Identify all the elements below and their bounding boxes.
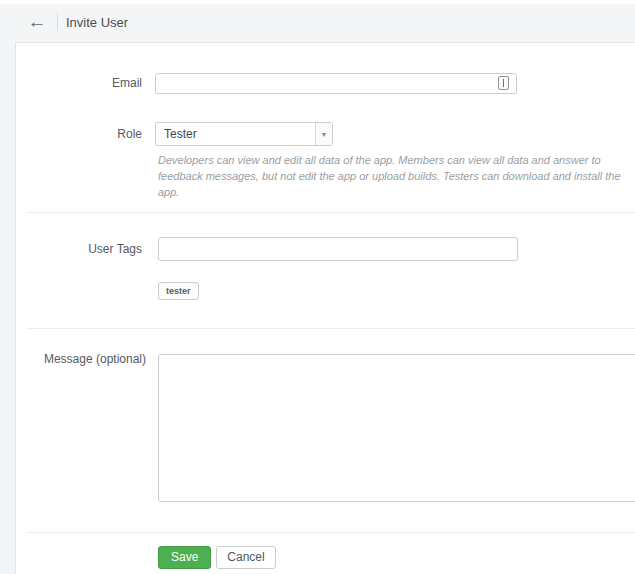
user-tags-field-wrapper: [158, 237, 518, 261]
section-divider: [27, 532, 635, 533]
form-actions: Save Cancel: [158, 546, 276, 569]
tag-chip-tester[interactable]: tester: [158, 282, 199, 300]
top-header-bar: ← Invite User: [0, 4, 635, 40]
section-divider: [27, 328, 635, 329]
email-field-wrapper: [155, 73, 517, 94]
user-tags-label: User Tags: [16, 237, 142, 261]
back-arrow-icon: ←: [28, 11, 47, 32]
message-label: Message (optional): [16, 351, 146, 367]
role-select[interactable]: Tester ▼: [155, 122, 333, 146]
email-input[interactable]: [155, 73, 517, 94]
header-divider: [57, 13, 58, 31]
back-button[interactable]: ←: [25, 11, 49, 33]
message-textarea[interactable]: [158, 354, 635, 502]
save-button[interactable]: Save: [158, 546, 211, 569]
user-tags-input[interactable]: [158, 237, 518, 261]
role-label: Role: [16, 122, 142, 146]
page-title: Invite User: [66, 15, 128, 30]
email-label: Email: [16, 73, 142, 93]
role-help-text: Developers can view and edit all data of…: [158, 152, 628, 200]
section-divider: [27, 212, 635, 213]
invite-user-form-card: Email Role Tester ▼ Developers can view …: [15, 42, 635, 574]
chevron-down-icon: ▼: [315, 123, 332, 145]
cancel-button[interactable]: Cancel: [216, 546, 275, 569]
role-selected-value: Tester: [156, 127, 315, 141]
contact-autofill-icon[interactable]: [498, 76, 509, 90]
